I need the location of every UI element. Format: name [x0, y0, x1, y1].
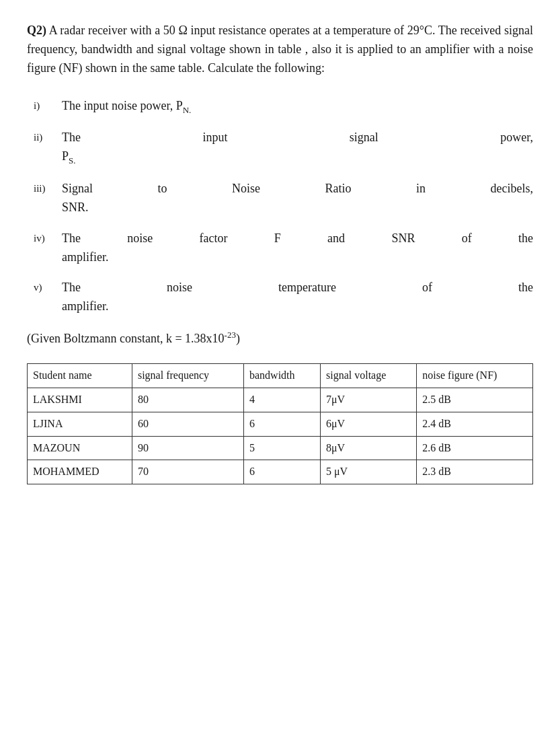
table-cell-2-2: 5: [244, 436, 321, 460]
table-cell-2-3: 8μV: [320, 436, 416, 460]
table-cell-3-1: 70: [132, 460, 243, 484]
table-cell-0-1: 80: [132, 388, 243, 412]
table-row: LAKSHMI8047μV2.5 dB: [28, 388, 533, 412]
table-cell-1-0: LJINA: [28, 412, 132, 436]
table-cell-1-1: 60: [132, 412, 243, 436]
sub-content-iii: Signal to Noise Ratio in decibels, SNR.: [62, 180, 533, 217]
iv-col2: noise: [127, 229, 153, 248]
question-body: A radar receiver with a 50 Ω input resis…: [27, 24, 533, 75]
sub-content-i: The input noise power, PN.: [62, 97, 533, 117]
table-cell-1-4: 2.4 dB: [417, 412, 533, 436]
v-col5: the: [518, 279, 533, 297]
v-line2: amplifier.: [62, 297, 533, 316]
table-cell-1-2: 6: [244, 412, 321, 436]
th-bandwidth: bandwidth: [244, 364, 321, 388]
iv-col5: and: [327, 229, 345, 248]
iii-col5: in: [416, 180, 426, 198]
sub-label-iii: iii): [34, 180, 62, 196]
ii-col3: signal: [350, 129, 378, 147]
table-cell-0-0: LAKSHMI: [28, 388, 132, 412]
sub-label-i: i): [34, 97, 62, 114]
sub-items-list: i) The input noise power, PN. ii) The in…: [34, 97, 533, 317]
ii-col2: input: [202, 129, 227, 147]
subscript-N: N.: [183, 104, 192, 114]
th-signal-frequency: signal frequency: [132, 364, 243, 388]
table-cell-3-0: MOHAMMED: [28, 460, 132, 484]
given-constant: (Given Boltzmann constant, k = 1.38x10-2…: [27, 328, 533, 349]
th-signal-voltage: signal voltage: [320, 364, 416, 388]
table-row: MOHAMMED7065 μV2.3 dB: [28, 460, 533, 484]
question-block: Q2) A radar receiver with a 50 Ω input r…: [27, 22, 533, 484]
table-cell-2-0: MAZOUN: [28, 436, 132, 460]
table-cell-3-4: 2.3 dB: [417, 460, 533, 484]
v-col4: of: [422, 279, 432, 297]
iii-line2: SNR.: [62, 198, 533, 217]
sub-label-v: v): [34, 279, 62, 295]
subscript-S: S.: [69, 155, 75, 166]
table-row: MAZOUN9058μV2.6 dB: [28, 436, 533, 460]
table-cell-1-3: 6μV: [320, 412, 416, 436]
given-sup: -23: [225, 330, 236, 340]
sub-item-i: i) The input noise power, PN.: [34, 97, 533, 117]
table-cell-2-4: 2.6 dB: [417, 436, 533, 460]
ii-col1: The: [62, 129, 81, 147]
question-text: Q2) A radar receiver with a 50 Ω input r…: [27, 22, 533, 78]
table-cell-0-4: 2.5 dB: [417, 388, 533, 412]
iii-col1: Signal: [62, 180, 93, 198]
sub-content-v: The noise temperature of the amplifier.: [62, 279, 533, 316]
th-student-name: Student name: [28, 364, 132, 388]
data-table: Student name signal frequency bandwidth …: [27, 363, 533, 484]
sub-label-ii: ii): [34, 129, 62, 145]
table-row: LJINA6066μV2.4 dB: [28, 412, 533, 436]
sub-item-ii: ii) The input signal power, PS.: [34, 129, 533, 168]
table-cell-0-3: 7μV: [320, 388, 416, 412]
sub-item-iii: iii) Signal to Noise Ratio in decibels, …: [34, 180, 533, 217]
v-col1: The: [62, 279, 81, 297]
given-text: (Given Boltzmann constant, k = 1.38x10: [27, 332, 225, 345]
iv-col4: F: [274, 229, 281, 248]
iii-col3: Noise: [232, 180, 260, 198]
iv-col3: factor: [200, 229, 228, 248]
table-header-row: Student name signal frequency bandwidth …: [28, 364, 533, 388]
sub-content-iv: The noise factor F and SNR of the amplif…: [62, 229, 533, 267]
table-cell-2-1: 90: [132, 436, 243, 460]
sub-item-v: v) The noise temperature of the amplifie…: [34, 279, 533, 316]
table-body: LAKSHMI8047μV2.5 dBLJINA6066μV2.4 dBMAZO…: [28, 388, 533, 484]
iv-col8: the: [518, 229, 533, 248]
sub-content-ii: The input signal power, PS.: [62, 129, 533, 168]
question-label: Q2): [27, 24, 46, 37]
ii-line2: PS.: [62, 147, 533, 168]
iv-col7: of: [462, 229, 472, 248]
table-cell-0-2: 4: [244, 388, 321, 412]
sub-label-iv: iv): [34, 229, 62, 246]
th-noise-figure: noise figure (NF): [417, 364, 533, 388]
table-cell-3-2: 6: [244, 460, 321, 484]
sub-item-iv: iv) The noise factor F and SNR of the am…: [34, 229, 533, 267]
iv-col1: The: [62, 229, 81, 248]
iv-line2: amplifier.: [62, 248, 533, 267]
v-col3: temperature: [278, 279, 336, 297]
iii-col2: to: [158, 180, 167, 198]
iii-col4: Ratio: [325, 180, 351, 198]
ii-col4: power,: [500, 129, 533, 147]
iii-col6: decibels,: [490, 180, 532, 198]
v-col2: noise: [167, 279, 192, 297]
table-cell-3-3: 5 μV: [320, 460, 416, 484]
iv-col6: SNR: [391, 229, 415, 248]
given-end: ): [236, 332, 240, 345]
